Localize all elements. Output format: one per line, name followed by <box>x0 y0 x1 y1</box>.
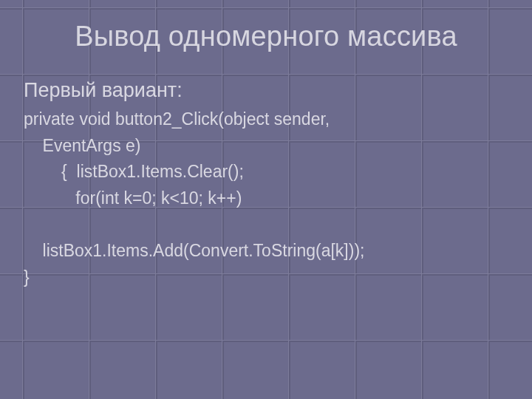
code-block: private void button2_Click(object sender… <box>24 106 508 290</box>
code-line <box>24 212 508 239</box>
section-heading: Первый вариант: <box>24 79 508 102</box>
grid-line <box>0 341 532 342</box>
slide-content: Вывод одномерного массива Первый вариант… <box>0 0 532 290</box>
code-line: listBox1.Items.Add(Convert.ToString(a[k]… <box>24 238 508 265</box>
slide-title: Вывод одномерного массива <box>0 0 532 66</box>
code-line: { listBox1.Items.Clear(); <box>24 159 508 185</box>
slide: Вывод одномерного массива Первый вариант… <box>0 0 532 399</box>
code-line: } <box>24 265 508 291</box>
code-line: EventArgs e) <box>24 133 508 160</box>
code-line: private void button2_Click(object sender… <box>24 106 508 133</box>
code-line: for(int k=0; k<10; k++) <box>24 185 508 212</box>
slide-body: Первый вариант: private void button2_Cli… <box>0 66 532 290</box>
grid-line <box>0 340 532 341</box>
